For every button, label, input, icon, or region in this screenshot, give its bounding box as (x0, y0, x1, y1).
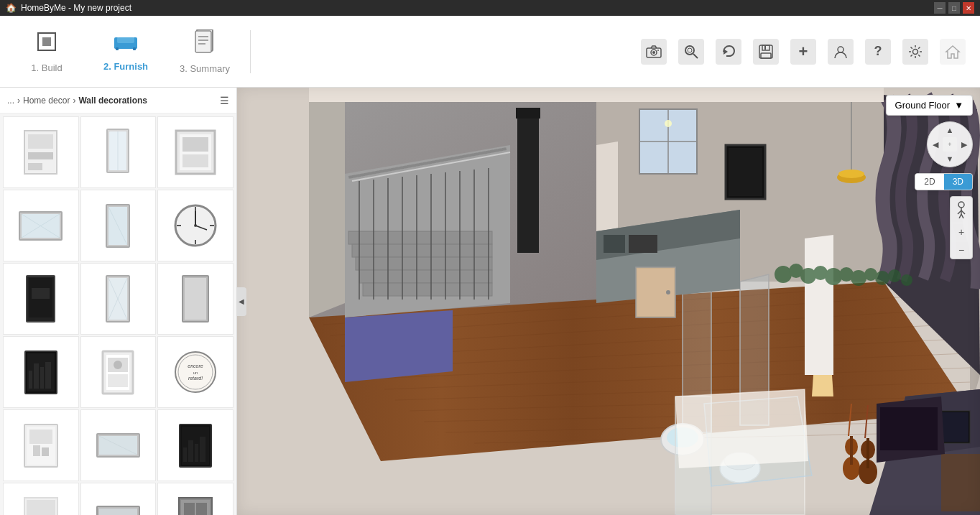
list-item[interactable] (80, 190, 157, 261)
compass-down-button[interactable]: ▼ (943, 152, 957, 166)
svg-rect-174 (729, 148, 762, 196)
list-item[interactable] (80, 483, 157, 515)
panel-collapse-button[interactable]: ◀ (236, 287, 246, 316)
search-zoom-button[interactable] (678, 39, 704, 65)
svg-point-17 (685, 46, 694, 55)
svg-rect-56 (32, 288, 50, 299)
list-item[interactable] (157, 483, 234, 515)
list-item[interactable] (157, 116, 234, 188)
breadcrumb-home-decor[interactable]: Home decor (23, 96, 70, 106)
close-button[interactable]: ✕ (963, 2, 974, 14)
compass-up-button[interactable]: ▲ (943, 123, 957, 137)
svg-rect-68 (45, 362, 51, 389)
list-item[interactable] (80, 336, 157, 408)
title-bar: 🏠 HomeByMe - My new project ─ □ ✕ (0, 0, 980, 16)
svg-marker-195 (345, 310, 453, 382)
minimize-button[interactable]: ─ (934, 2, 946, 14)
svg-rect-183 (850, 436, 853, 465)
compass-center[interactable]: + (943, 137, 957, 152)
view-toggle: 2D 3D (915, 173, 973, 190)
compass-right-button[interactable]: ▶ (957, 137, 971, 152)
svg-rect-23 (761, 53, 771, 58)
list-item[interactable] (3, 409, 79, 481)
list-item[interactable] (80, 263, 157, 335)
viewport[interactable]: Ground Floor ▼ ▲ ◀ + ▶ ▼ 2D (237, 88, 980, 515)
nav-step-build[interactable]: 1. Build (7, 19, 86, 84)
svg-point-180 (838, 170, 864, 178)
list-item[interactable]: encore un retard! (157, 336, 234, 408)
camera-button[interactable] (641, 39, 667, 65)
svg-point-215 (875, 271, 889, 285)
top-toolbar: 1. Build 2. Furnish (0, 16, 980, 88)
view-3d-button[interactable]: 3D (944, 174, 972, 190)
floor-selector-arrow: ▼ (954, 100, 963, 111)
compass-left-button[interactable]: ◀ (928, 137, 943, 152)
window-title: 🏠 HomeByMe - My new project (6, 3, 131, 13)
svg-marker-203 (805, 235, 833, 375)
svg-rect-124 (348, 231, 492, 244)
profile-button[interactable] (828, 39, 854, 65)
build-label: 1. Build (31, 62, 62, 73)
floor-selector[interactable]: Ground Floor ▼ (886, 95, 973, 116)
list-item[interactable] (157, 190, 234, 261)
svg-point-18 (688, 48, 692, 52)
svg-rect-89 (183, 447, 187, 462)
svg-marker-118 (309, 88, 345, 317)
home-button[interactable] (940, 39, 966, 65)
svg-rect-1 (42, 37, 51, 46)
list-item[interactable] (3, 263, 79, 335)
settings-button[interactable] (902, 39, 928, 65)
svg-rect-6 (116, 47, 119, 50)
list-item[interactable] (80, 116, 157, 188)
svg-point-72 (114, 361, 122, 369)
window-controls[interactable]: ─ □ ✕ (934, 2, 974, 14)
zoom-out-button[interactable]: − (951, 241, 972, 259)
svg-rect-81 (29, 430, 52, 444)
list-item[interactable] (3, 190, 79, 261)
svg-text:un: un (193, 371, 198, 375)
nav-step-furnish[interactable]: 2. Furnish (86, 19, 165, 84)
svg-line-224 (959, 214, 961, 218)
person-view-button[interactable] (951, 197, 972, 223)
items-grid: encore un retard! (0, 113, 236, 515)
help-button[interactable]: ? (865, 39, 891, 65)
breadcrumb-dots[interactable]: ... (7, 96, 14, 106)
list-item[interactable] (3, 483, 79, 515)
undo-button[interactable] (716, 39, 741, 65)
list-item[interactable] (3, 116, 79, 188)
svg-rect-128 (363, 283, 492, 296)
svg-rect-30 (28, 152, 53, 159)
svg-rect-126 (356, 257, 492, 270)
floor-selector-label: Ground Floor (895, 100, 951, 111)
svg-rect-92 (200, 437, 205, 462)
list-item[interactable] (80, 409, 157, 481)
svg-marker-20 (724, 49, 728, 55)
list-item[interactable] (157, 263, 234, 335)
svg-point-216 (888, 269, 901, 282)
svg-text:encore: encore (188, 363, 203, 368)
list-item[interactable] (157, 409, 234, 481)
svg-rect-90 (188, 440, 193, 462)
left-panel: ... › Home decor › Wall decorations ☰ (0, 88, 237, 515)
viewport-controls: Ground Floor ▼ ▲ ◀ + ▶ ▼ 2D (886, 95, 973, 259)
maximize-button[interactable]: □ (948, 2, 960, 14)
list-item[interactable] (3, 336, 79, 408)
summary-icon (194, 29, 216, 59)
furnish-label: 2. Furnish (103, 61, 148, 72)
svg-rect-127 (359, 270, 492, 283)
view-2d-button[interactable]: 2D (915, 174, 943, 190)
svg-point-16 (657, 50, 659, 51)
svg-point-220 (958, 202, 964, 208)
svg-marker-219 (675, 389, 808, 468)
svg-rect-205 (880, 407, 938, 450)
nav-compass: ▲ ◀ + ▶ ▼ (927, 121, 973, 167)
list-view-button[interactable]: ☰ (220, 95, 229, 106)
svg-line-225 (961, 214, 963, 218)
add-button[interactable]: + (790, 39, 816, 65)
svg-rect-91 (195, 444, 198, 462)
svg-point-26 (913, 49, 918, 54)
zoom-in-button[interactable]: + (951, 223, 972, 241)
save-button[interactable] (753, 39, 779, 65)
nav-step-summary[interactable]: 3. Summary (165, 19, 244, 84)
breadcrumb-separator-1: › (17, 96, 20, 106)
